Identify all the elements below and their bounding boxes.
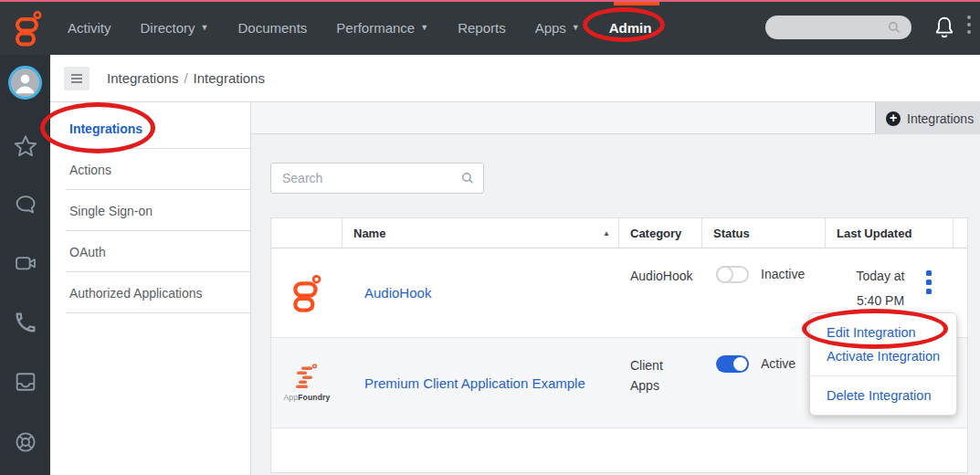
- appfoundry-logo-icon: AppFoundry: [271, 338, 342, 428]
- nav-item-reports[interactable]: Reports: [458, 20, 506, 36]
- sidebar-item-integrations[interactable]: Integrations: [50, 108, 250, 149]
- nav-item-directory[interactable]: Directory▼: [141, 20, 209, 36]
- main-content: Integrations Name Category Status Last U…: [251, 102, 980, 475]
- breadcrumb-separator: /: [178, 70, 193, 86]
- nav-item-apps[interactable]: Apps▼: [535, 20, 580, 36]
- search-input[interactable]: [270, 163, 484, 194]
- top-nav-bar: Activity Directory▼ Documents Performanc…: [0, 0, 980, 55]
- column-header-last-updated[interactable]: Last Updated: [826, 218, 954, 248]
- menu-hamburger-icon[interactable]: [64, 67, 90, 90]
- left-icon-rail: [0, 55, 50, 475]
- primary-navigation: Activity Directory▼ Documents Performanc…: [68, 0, 651, 55]
- breadcrumb-page: Integrations: [194, 70, 265, 86]
- column-header-category[interactable]: Category: [619, 218, 702, 248]
- phone-icon[interactable]: [13, 310, 38, 335]
- sidebar-item-single-sign-on[interactable]: Single Sign-on: [50, 190, 250, 231]
- row-actions-context-menu: Edit Integration Activate Integration De…: [809, 312, 957, 416]
- video-camera-icon[interactable]: [13, 250, 38, 276]
- search-icon: [886, 19, 902, 36]
- integration-link-audiohook[interactable]: AudioHook: [364, 285, 431, 301]
- status-toggle[interactable]: [716, 266, 749, 283]
- sidebar-item-authorized-applications[interactable]: Authorized Applications: [50, 272, 250, 313]
- row-actions-kebab-icon[interactable]: [926, 270, 933, 294]
- table-search-box: [270, 163, 484, 194]
- integration-link-premium-client-app[interactable]: Premium Client Application Example: [364, 375, 585, 391]
- status-label: Inactive: [761, 266, 805, 283]
- menu-separator: [810, 375, 956, 376]
- integration-name-cell: Premium Client Application Example: [342, 338, 619, 428]
- integration-category-cell: AudioHook: [619, 248, 702, 337]
- column-header-status[interactable]: Status: [702, 218, 826, 248]
- overflow-kebab-icon[interactable]: [964, 16, 974, 41]
- add-integration-button[interactable]: Integrations: [875, 102, 980, 134]
- favorites-star-icon[interactable]: [13, 133, 38, 159]
- integration-status-cell: Active: [702, 338, 826, 428]
- menu-item-activate-integration[interactable]: Activate Integration: [810, 344, 956, 368]
- nav-item-admin[interactable]: Admin: [609, 20, 652, 36]
- inbox-tray-icon[interactable]: [13, 369, 38, 395]
- caret-down-icon: ▼: [201, 23, 209, 32]
- appfoundry-caption: AppFoundry: [283, 393, 330, 402]
- genesys-logo-icon[interactable]: [13, 10, 44, 47]
- caret-down-icon: ▼: [420, 23, 428, 32]
- caret-down-icon: ▼: [572, 23, 580, 32]
- status-toggle[interactable]: [716, 355, 749, 373]
- plus-circle-icon: [886, 111, 901, 126]
- nav-item-documents[interactable]: Documents: [237, 20, 307, 36]
- integration-category-cell: Client Apps: [619, 338, 702, 428]
- table-header-row: Name Category Status Last Updated: [271, 218, 967, 248]
- table-empty-area: [271, 428, 967, 472]
- search-icon: [459, 170, 476, 186]
- chat-bubble-icon[interactable]: [13, 192, 38, 217]
- sort-ascending-icon[interactable]: [603, 229, 610, 238]
- menu-item-delete-integration[interactable]: Delete Integration: [810, 384, 956, 407]
- nav-item-performance[interactable]: Performance▼: [336, 20, 428, 36]
- integration-name-cell: AudioHook: [342, 248, 619, 337]
- active-tab-indicator: [614, 2, 659, 5]
- sidebar-item-oauth[interactable]: OAuth: [50, 231, 250, 272]
- content-toolbar: Integrations: [251, 102, 980, 134]
- breadcrumb-section[interactable]: Integrations: [107, 70, 178, 86]
- status-label: Active: [761, 355, 796, 373]
- sidebar-item-actions[interactable]: Actions: [50, 149, 250, 190]
- top-strip-decoration: [0, 0, 980, 2]
- notifications-bell-icon[interactable]: [932, 14, 957, 41]
- column-header-actions: [954, 218, 967, 248]
- genesys-logo-icon: [271, 248, 342, 337]
- nav-item-activity[interactable]: Activity: [68, 20, 111, 36]
- integrations-side-menu: Integrations Actions Single Sign-on OAut…: [50, 102, 251, 475]
- breadcrumb: Integrations/Integrations: [107, 70, 265, 86]
- menu-item-edit-integration[interactable]: Edit Integration: [810, 321, 956, 344]
- user-avatar[interactable]: [8, 66, 42, 100]
- help-ring-icon[interactable]: [13, 429, 38, 455]
- column-header-icon: [271, 218, 342, 248]
- breadcrumb-bar: Integrations/Integrations: [50, 55, 980, 102]
- integration-status-cell: Inactive: [702, 248, 826, 337]
- column-header-name[interactable]: Name: [342, 218, 619, 248]
